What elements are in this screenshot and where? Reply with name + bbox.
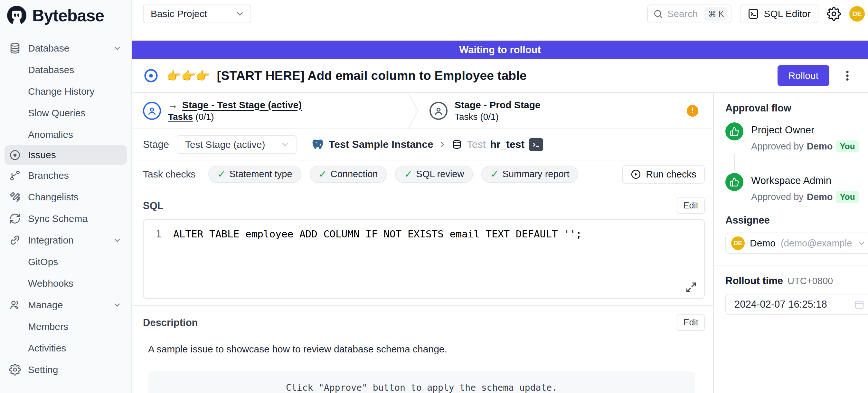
sidebar-item-webhooks[interactable]: Webhooks (0, 273, 131, 294)
approval-connector (734, 154, 735, 171)
search-icon (653, 9, 663, 19)
instance-link[interactable]: Test Sample Instance (329, 139, 433, 150)
expand-fullscreen-icon[interactable] (685, 281, 697, 293)
approval-step: Project Owner Approved by Demo You (725, 122, 868, 152)
sidebar-item-database[interactable]: Database (0, 37, 131, 59)
approver-name: Demo (807, 141, 833, 152)
sql-code-block: 1 ALTER TABLE employee ADD COLUMN IF NOT… (143, 219, 705, 299)
prod-stage-title: Stage - Prod Stage (455, 99, 540, 111)
assignee-email: (demo@example (781, 238, 852, 249)
gear-icon (9, 364, 21, 375)
description-edit-button[interactable]: Edit (677, 314, 705, 331)
task-checks-label: Task checks (143, 169, 195, 180)
issue-title-text: [START HERE] Add email column to Employe… (217, 69, 527, 83)
sidebar-item-gitops[interactable]: GitOps (0, 251, 131, 273)
current-stage-tasks-link[interactable]: Tasks (168, 112, 193, 122)
issue-title-row: 👉👉👉 [START HERE] Add email column to Emp… (132, 59, 868, 93)
chevron-down-icon (113, 236, 122, 245)
issue-side-panel: Approval flow Project Owner Approved by … (713, 93, 868, 393)
topbar: Basic Project Search ⌘ K SQL Editor DE (132, 0, 868, 28)
you-badge: You (836, 141, 859, 152)
users-icon (9, 299, 21, 311)
thumbs-up-icon (725, 122, 743, 141)
search-shortcut-chip: ⌘ K (705, 7, 728, 21)
description-note: Click "Approve" button to apply the sche… (148, 371, 695, 393)
bytebase-app: Bytebase Database Databases Change Histo… (0, 0, 868, 393)
link-icon (9, 234, 21, 246)
approval-role: Project Owner (751, 122, 859, 136)
project-selector-value: Basic Project (151, 8, 232, 19)
thumbs-up-icon (725, 173, 743, 191)
project-selector[interactable]: Basic Project (143, 4, 251, 23)
database-breadcrumb: Test Sample Instance Test hr_test (311, 138, 543, 151)
stage-select[interactable]: Test Stage (active) (177, 135, 297, 154)
sidebar-item-slow-queries[interactable]: Slow Queries (0, 102, 131, 124)
sidebar-item-manage[interactable]: Manage (0, 294, 131, 316)
git-branch-icon (9, 170, 21, 181)
stage-tab-test[interactable]: → Stage - Test Stage (active) Tasks (0/1… (132, 99, 406, 122)
run-checks-button[interactable]: Run checks (622, 165, 705, 184)
search-input[interactable]: Search ⌘ K (647, 4, 732, 23)
stage-label: Stage (143, 139, 169, 150)
rollout-time-label: Rollout time (725, 275, 783, 287)
rollout-time-input[interactable]: 2024-02-07 16:25:18 (725, 294, 868, 315)
check-connection[interactable]: ✓ Connection (310, 165, 387, 183)
sidebar-item-anomalies[interactable]: Anomalies (0, 124, 131, 145)
description-heading: Description (143, 317, 198, 329)
sql-edit-button[interactable]: Edit (677, 198, 705, 214)
current-stage-arrow: → (168, 99, 178, 111)
chevron-down-icon (857, 239, 866, 248)
rollout-timezone: UTC+0800 (787, 276, 833, 286)
open-in-sql-editor-icon[interactable] (529, 138, 543, 151)
database-link[interactable]: hr_test (490, 139, 525, 150)
sidebar-item-issues[interactable]: Issues (4, 145, 127, 164)
rollout-time-value: 2024-02-07 16:25:18 (734, 299, 854, 310)
more-actions-icon[interactable] (841, 68, 854, 83)
sidebar-item-databases[interactable]: Databases (0, 59, 131, 81)
prod-stage-tasks: Tasks (0/1) (455, 112, 499, 122)
description-section: Description Edit A sample issue to showc… (132, 306, 713, 393)
issue-status-icon (144, 68, 158, 83)
brand-logo[interactable]: Bytebase (0, 0, 131, 29)
sidebar-item-activities[interactable]: Activities (0, 337, 131, 359)
approval-step: Workspace Admin Approved by Demo You (725, 173, 868, 203)
calendar-icon (854, 299, 865, 310)
stage-selector-row: Stage Test Stage (active) Test Sample In… (132, 129, 713, 160)
sql-editor-button[interactable]: SQL Editor (740, 4, 818, 23)
sidebar-item-branches[interactable]: Branches (0, 164, 131, 186)
brand-name: Bytebase (32, 6, 104, 25)
postgresql-icon (311, 138, 324, 151)
rollout-time-section: Rollout time UTC+0800 2024-02-07 16:25:1… (714, 265, 868, 325)
settings-gear-icon[interactable] (827, 7, 841, 21)
terminal-icon (748, 8, 759, 20)
approval-role: Workspace Admin (751, 173, 859, 186)
sidebar-item-members[interactable]: Members (0, 316, 131, 337)
circle-dot-icon (9, 149, 21, 161)
issue-main-column: → Stage - Test Stage (active) Tasks (0/1… (132, 93, 713, 393)
sidebar-item-sync-schema[interactable]: Sync Schema (0, 208, 131, 229)
assignee-select[interactable]: DE Demo (demo@example (725, 233, 868, 254)
check-summary-report[interactable]: ✓ Summary report (481, 165, 578, 183)
chevron-right-icon (438, 140, 447, 149)
sql-statement: ALTER TABLE employee ADD COLUMN IF NOT E… (173, 228, 582, 240)
environment-label: Test (467, 139, 486, 150)
stage-warning-badge: ! (687, 105, 698, 117)
check-icon: ✓ (319, 169, 327, 180)
sidebar-item-integration[interactable]: Integration (0, 229, 131, 251)
rollout-button[interactable]: Rollout (778, 65, 829, 86)
sidebar-item-setting[interactable]: Setting (0, 359, 131, 381)
check-statement-type[interactable]: ✓ Statement type (208, 165, 301, 183)
check-icon: ✓ (404, 169, 412, 180)
sidebar-item-changelists[interactable]: Changelists (0, 186, 131, 208)
stage-select-value: Test Stage (active) (185, 139, 277, 150)
description-text: A sample issue to showcase how to review… (143, 344, 705, 355)
check-sql-review[interactable]: ✓ SQL review (395, 165, 473, 183)
issue-content: → Stage - Test Stage (active) Tasks (0/1… (132, 93, 868, 393)
chevron-down-icon (113, 44, 122, 53)
check-icon: ✓ (217, 169, 225, 180)
stage-tab-prod[interactable]: Stage - Prod Stage Tasks (0/1) (430, 99, 540, 122)
user-avatar[interactable]: DE (849, 6, 865, 22)
pencil-ruler-icon (9, 191, 21, 203)
current-stage-title: Stage - Test Stage (active) (182, 99, 302, 111)
sidebar-item-change-history[interactable]: Change History (0, 81, 131, 102)
